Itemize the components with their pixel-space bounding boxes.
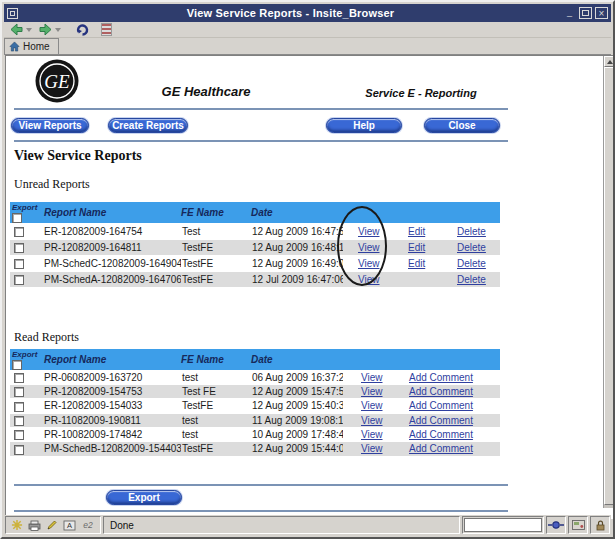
- window-menu-icon[interactable]: [7, 8, 18, 19]
- date-column-header: Date: [251, 349, 343, 370]
- forward-dropdown-icon[interactable]: [55, 28, 61, 32]
- row-export-checkbox[interactable]: [14, 259, 24, 269]
- card-icon[interactable]: [572, 520, 585, 530]
- back-dropdown-icon[interactable]: [26, 28, 32, 32]
- report-date: 11 Aug 2009 19:08:11: [251, 413, 343, 427]
- add-comment-link[interactable]: Add Comment: [409, 429, 473, 440]
- delete-link[interactable]: Delete: [457, 226, 486, 237]
- fe-name-column-header: FE Name: [181, 202, 251, 223]
- row-export-checkbox[interactable]: [14, 402, 24, 412]
- status-text: Done: [110, 520, 134, 531]
- content-viewport: GE GE Healthcare Service E - Reporting V…: [5, 55, 614, 519]
- report-date: 12 Aug 2009 15:44:03: [251, 442, 343, 456]
- tab-bar: Home: [4, 38, 611, 55]
- view-link[interactable]: View: [361, 386, 383, 397]
- edit-link[interactable]: Edit: [408, 258, 425, 269]
- report-date: 12 Aug 2009 16:49:04: [251, 255, 343, 271]
- scroll-up-button[interactable]: [604, 56, 615, 67]
- view-link[interactable]: View: [361, 443, 383, 454]
- printer-icon[interactable]: [28, 520, 41, 531]
- read-section-label: Read Reports: [14, 330, 79, 345]
- read-report-row: PR-12082009-154753Test FE12 Aug 2009 15:…: [10, 384, 500, 398]
- fe-name: TestFE: [181, 399, 251, 413]
- view-link[interactable]: View: [361, 400, 383, 411]
- lock-icon[interactable]: [595, 520, 606, 531]
- export-button[interactable]: Export: [106, 490, 182, 505]
- view-link[interactable]: View: [361, 429, 383, 440]
- row-export-checkbox[interactable]: [14, 387, 24, 397]
- view-reports-button[interactable]: View Reports: [11, 118, 89, 133]
- view-link[interactable]: View: [358, 242, 380, 253]
- add-comment-link[interactable]: Add Comment: [409, 415, 473, 426]
- text-size-icon[interactable]: A: [63, 520, 76, 531]
- unread-section-label: Unread Reports: [14, 177, 90, 192]
- row-export-checkbox[interactable]: [14, 227, 24, 237]
- close-page-button[interactable]: Close: [424, 118, 500, 133]
- view-link[interactable]: View: [361, 415, 383, 426]
- tab-home[interactable]: Home: [4, 38, 59, 54]
- read-reports-table: Export Report Name FE Name Date PR-06082…: [10, 349, 500, 457]
- divider: [14, 484, 508, 486]
- report-name-column-header: Report Name: [36, 349, 181, 370]
- help-button[interactable]: Help: [326, 118, 402, 133]
- back-arrow-icon: [9, 23, 24, 36]
- export-column-label: Export: [10, 349, 36, 359]
- list-stripes-icon[interactable]: [101, 23, 112, 36]
- read-report-row: PR-10082009-174842test10 Aug 2009 17:48:…: [10, 427, 500, 441]
- row-export-checkbox[interactable]: [14, 275, 24, 285]
- view-link[interactable]: View: [358, 274, 380, 285]
- scrollbar-thumb[interactable]: [604, 67, 615, 505]
- back-button[interactable]: [8, 23, 33, 36]
- vertical-scrollbar[interactable]: [603, 56, 614, 508]
- create-reports-button[interactable]: Create Reports: [108, 118, 188, 133]
- statusbar-address-input[interactable]: [464, 518, 542, 532]
- report-date: 12 Aug 2009 16:48:11: [251, 239, 343, 255]
- reload-button[interactable]: [74, 23, 91, 37]
- row-export-checkbox[interactable]: [14, 373, 24, 383]
- forward-arrow-icon: [38, 23, 53, 36]
- report-name: PR-12082009-164811: [36, 239, 181, 255]
- svg-text:GE: GE: [44, 71, 70, 92]
- forward-button[interactable]: [37, 23, 62, 36]
- plug-icon[interactable]: [548, 520, 564, 530]
- report-date: 12 Aug 2009 15:47:53: [251, 384, 343, 398]
- edit-link[interactable]: Edit: [408, 226, 425, 237]
- reload-icon: [75, 23, 90, 37]
- add-comment-link[interactable]: Add Comment: [409, 386, 473, 397]
- browser-toolbar: [4, 22, 611, 38]
- fe-name: TestFE: [181, 239, 251, 255]
- add-comment-link[interactable]: Add Comment: [409, 443, 473, 454]
- delete-link[interactable]: Delete: [457, 258, 486, 269]
- view-link[interactable]: View: [358, 226, 380, 237]
- select-all-checkbox[interactable]: [12, 360, 22, 370]
- statusbar-icons-panel: A e2: [5, 516, 101, 534]
- add-comment-link[interactable]: Add Comment: [409, 372, 473, 383]
- delete-link[interactable]: Delete: [457, 274, 486, 285]
- encoding-icon[interactable]: e2: [81, 520, 95, 530]
- maximize-button[interactable]: [579, 7, 592, 19]
- report-date: 06 Aug 2009 16:37:20: [251, 370, 343, 384]
- add-comment-link[interactable]: Add Comment: [409, 400, 473, 411]
- row-export-checkbox[interactable]: [14, 243, 24, 253]
- view-link[interactable]: View: [358, 258, 380, 269]
- home-icon: [9, 41, 20, 52]
- row-export-checkbox[interactable]: [14, 430, 24, 440]
- row-export-checkbox[interactable]: [14, 416, 24, 426]
- report-date: 12 Aug 2009 16:47:54: [251, 223, 343, 239]
- close-button[interactable]: ×: [595, 7, 608, 19]
- report-name: PR-06082009-163720: [36, 370, 181, 384]
- read-report-row: ER-12082009-154033TestFE12 Aug 2009 15:4…: [10, 399, 500, 413]
- row-export-checkbox[interactable]: [14, 445, 24, 455]
- report-name: PM-SchedA-12082009-164706: [36, 271, 181, 287]
- edit-link[interactable]: Edit: [408, 242, 425, 253]
- report-name: PM-SchedC-12082009-164904: [36, 255, 181, 271]
- edit-pencil-icon[interactable]: [46, 519, 58, 531]
- brand-title: GE Healthcare: [116, 84, 296, 99]
- unread-table-header: Export Report Name FE Name Date: [10, 202, 500, 223]
- sparkle-icon[interactable]: [11, 519, 23, 531]
- minimize-button[interactable]: _: [563, 7, 576, 19]
- unread-report-row: PM-SchedC-12082009-164904TestFE12 Aug 20…: [10, 255, 500, 271]
- select-all-checkbox[interactable]: [12, 213, 22, 223]
- view-link[interactable]: View: [361, 372, 383, 383]
- delete-link[interactable]: Delete: [457, 242, 486, 253]
